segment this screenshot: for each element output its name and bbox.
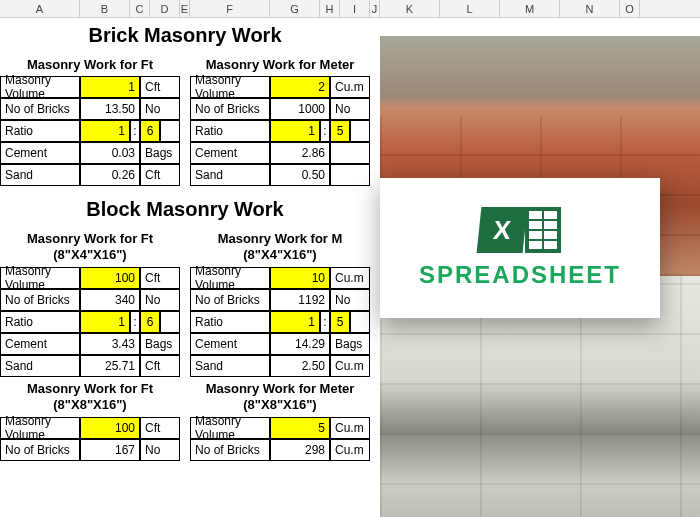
column-headers: A B C D E F G H I J K L M N O: [0, 0, 700, 18]
row-value[interactable]: 1: [80, 76, 140, 98]
col-E[interactable]: E: [180, 0, 190, 17]
col-O[interactable]: O: [620, 0, 640, 17]
row-label[interactable]: Sand: [190, 355, 270, 377]
row-label[interactable]: Sand: [0, 355, 80, 377]
row-label[interactable]: Masonry Volume: [190, 76, 270, 98]
row-label[interactable]: No of Bricks: [190, 439, 270, 461]
ratio-a[interactable]: 1: [80, 120, 130, 142]
row-value[interactable]: 100: [80, 267, 140, 289]
col-I[interactable]: I: [340, 0, 370, 17]
row-value[interactable]: 2.86: [270, 142, 330, 164]
row-value[interactable]: 0.26: [80, 164, 140, 186]
row-value[interactable]: 298: [270, 439, 330, 461]
row-unit: Cu.m: [330, 439, 370, 461]
row-label[interactable]: Ratio: [190, 311, 270, 333]
pad: [350, 311, 370, 333]
pad: [160, 120, 180, 142]
row-value[interactable]: 25.71: [80, 355, 140, 377]
worksheet[interactable]: X SPREADSHEET Brick Masonry Work Masonry…: [0, 18, 700, 461]
row-value[interactable]: 14.29: [270, 333, 330, 355]
excel-x-icon: X: [477, 207, 528, 253]
table-row: Sand2.50Cu.m: [190, 355, 370, 377]
row-label[interactable]: Sand: [190, 164, 270, 186]
ratio-colon: :: [130, 120, 140, 142]
row-label[interactable]: Cement: [0, 333, 80, 355]
excel-overlay: X SPREADSHEET: [380, 178, 660, 318]
row-value[interactable]: 1000: [270, 98, 330, 120]
row-value[interactable]: 1192: [270, 289, 330, 311]
row-unit: Cft: [140, 267, 180, 289]
table-row: Ratio1:6: [0, 311, 180, 333]
row-label[interactable]: Masonry Volume: [0, 417, 80, 439]
ratio-a[interactable]: 1: [270, 311, 320, 333]
row-value[interactable]: 5: [270, 417, 330, 439]
row-value[interactable]: 340: [80, 289, 140, 311]
row-unit: [330, 142, 370, 164]
table-row: No of Bricks340No: [0, 289, 180, 311]
row-label[interactable]: Cement: [190, 142, 270, 164]
ratio-b[interactable]: 5: [330, 120, 350, 142]
col-D[interactable]: D: [150, 0, 180, 17]
row-value[interactable]: 2: [270, 76, 330, 98]
table-row: Masonry Volume2Cu.m: [190, 76, 370, 98]
table-row: Masonry Volume5Cu.m: [190, 417, 370, 439]
row-label[interactable]: No of Bricks: [0, 289, 80, 311]
table-row: Cement2.86: [190, 142, 370, 164]
row-label[interactable]: Masonry Volume: [0, 267, 80, 289]
row-value[interactable]: 100: [80, 417, 140, 439]
ratio-b[interactable]: 6: [140, 120, 160, 142]
col-B[interactable]: B: [80, 0, 130, 17]
row-label[interactable]: Ratio: [190, 120, 270, 142]
col-J[interactable]: J: [370, 0, 380, 17]
ratio-a[interactable]: 1: [80, 311, 130, 333]
row-label[interactable]: Ratio: [0, 311, 80, 333]
row-unit: No: [140, 289, 180, 311]
row-label[interactable]: No of Bricks: [190, 289, 270, 311]
ratio-b[interactable]: 6: [140, 311, 160, 333]
table-row: Sand0.26Cft: [0, 164, 180, 186]
row-value[interactable]: 3.43: [80, 333, 140, 355]
col-M[interactable]: M: [500, 0, 560, 17]
row-unit: Cu.m: [330, 355, 370, 377]
row-label[interactable]: No of Bricks: [190, 98, 270, 120]
col-F[interactable]: F: [190, 0, 270, 17]
excel-icon: X: [479, 207, 561, 253]
row-label[interactable]: Cement: [0, 142, 80, 164]
col-N[interactable]: N: [560, 0, 620, 17]
row-label[interactable]: Masonry Volume: [190, 417, 270, 439]
row-label[interactable]: Sand: [0, 164, 80, 186]
row-unit: Bags: [140, 333, 180, 355]
col-L[interactable]: L: [440, 0, 500, 17]
row-value[interactable]: 0.03: [80, 142, 140, 164]
row-value[interactable]: 167: [80, 439, 140, 461]
row-label[interactable]: Masonry Volume: [190, 267, 270, 289]
row-value[interactable]: 13.50: [80, 98, 140, 120]
row-label[interactable]: No of Bricks: [0, 439, 80, 461]
block-m8-table: Masonry Volume5Cu.mNo of Bricks298Cu.m: [190, 417, 370, 461]
block-m4-table: Masonry Volume10Cu.mNo of Bricks1192NoRa…: [190, 267, 370, 377]
col-H[interactable]: H: [320, 0, 340, 17]
excel-grid-icon: [525, 207, 561, 253]
col-G[interactable]: G: [270, 0, 320, 17]
ratio-a[interactable]: 1: [270, 120, 320, 142]
block-ft4-table: Masonry Volume100CftNo of Bricks340NoRat…: [0, 267, 180, 377]
table-row: Cement3.43Bags: [0, 333, 180, 355]
col-A[interactable]: A: [0, 0, 80, 17]
col-K[interactable]: K: [380, 0, 440, 17]
row-label[interactable]: No of Bricks: [0, 98, 80, 120]
table-row: No of Bricks167No: [0, 439, 180, 461]
row-value[interactable]: 0.50: [270, 164, 330, 186]
ratio-b[interactable]: 5: [330, 311, 350, 333]
table-row: Masonry Volume10Cu.m: [190, 267, 370, 289]
row-value[interactable]: 10: [270, 267, 330, 289]
row-label[interactable]: Ratio: [0, 120, 80, 142]
row-unit: Cft: [140, 417, 180, 439]
row-value[interactable]: 2.50: [270, 355, 330, 377]
block-ft8-table: Masonry Volume100CftNo of Bricks167No: [0, 417, 180, 461]
table-row: Cement0.03Bags: [0, 142, 180, 164]
table-row: Sand0.50: [190, 164, 370, 186]
col-C[interactable]: C: [130, 0, 150, 17]
row-label[interactable]: Masonry Volume: [0, 76, 80, 98]
row-label[interactable]: Cement: [190, 333, 270, 355]
row-unit: No: [140, 98, 180, 120]
